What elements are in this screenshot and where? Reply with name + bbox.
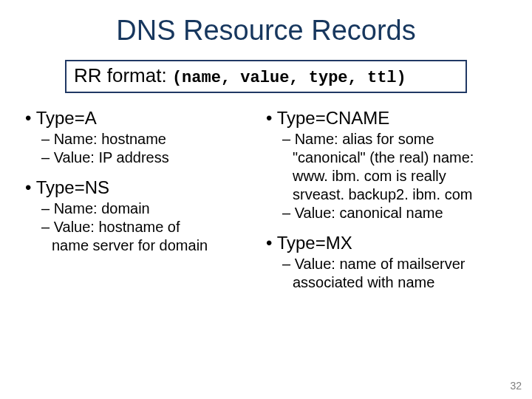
- rr-format-tuple: (name, value, type, ttl): [172, 69, 406, 87]
- type-cname-l1: – Name: alias for some: [282, 130, 507, 149]
- type-mx-heading: • Type=MX: [266, 233, 507, 253]
- type-ns-heading: • Type=NS: [25, 177, 266, 198]
- type-ns-block: • Type=NS – Name: domain – Value: hostna…: [25, 177, 266, 255]
- type-cname-block: • Type=CNAME – Name: alias for some "can…: [266, 108, 507, 222]
- type-cname-l3: www. ibm. com is really: [282, 167, 507, 185]
- type-ns-name: – Name: domain: [41, 200, 266, 218]
- type-cname-l5: – Value: canonical name: [282, 204, 507, 222]
- type-a-block: • Type=A – Name: hostname – Value: IP ad…: [25, 108, 266, 167]
- slide-title: DNS Resource Records: [0, 15, 532, 47]
- page-number: 32: [510, 380, 522, 392]
- type-a-value: – Value: IP address: [41, 149, 266, 167]
- rr-format-label: RR format:: [74, 64, 172, 86]
- type-cname-l4: srveast. backup2. ibm. com: [282, 185, 507, 204]
- type-cname-l2: "canonical" (the real) name:: [282, 149, 507, 167]
- type-a-heading: • Type=A: [25, 108, 266, 129]
- type-mx-block: • Type=MX – Value: name of mailserver as…: [266, 233, 507, 292]
- type-cname-heading: • Type=CNAME: [266, 108, 507, 129]
- content-columns: • Type=A – Name: hostname – Value: IP ad…: [0, 106, 532, 302]
- type-mx-l2: associated with name: [282, 273, 507, 292]
- left-column: • Type=A – Name: hostname – Value: IP ad…: [25, 106, 266, 302]
- right-column: • Type=CNAME – Name: alias for some "can…: [266, 106, 507, 302]
- type-ns-value-l2: name server for domain: [41, 236, 266, 255]
- rr-format-box: RR format: (name, value, type, ttl): [65, 60, 467, 93]
- type-ns-value-l1: – Value: hostname of: [41, 218, 266, 236]
- type-mx-l1: – Value: name of mailserver: [282, 255, 507, 273]
- type-a-name: – Name: hostname: [41, 130, 266, 149]
